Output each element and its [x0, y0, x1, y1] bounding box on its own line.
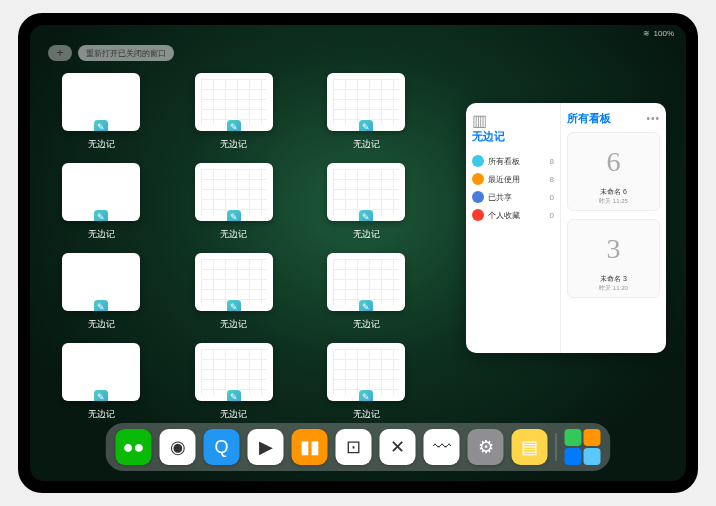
panel-right-title: 所有看板 — [567, 111, 611, 126]
freeform-app-icon — [226, 209, 242, 221]
books-icon[interactable]: ▮▮ — [292, 429, 328, 465]
window-thumbnail[interactable] — [195, 343, 273, 401]
window-thumbnail[interactable] — [62, 163, 140, 221]
freeform-app-icon — [226, 389, 242, 401]
freeform-app-icon — [358, 209, 374, 221]
window-thumbnail[interactable] — [327, 253, 405, 311]
board-preview: 6 — [572, 137, 655, 187]
window-card[interactable]: 无边记 — [62, 253, 140, 331]
category-icon — [472, 191, 484, 203]
top-controls: + 重新打开已关闭的窗口 — [48, 45, 174, 61]
freeform-app-icon — [226, 299, 242, 311]
sidebar-item-count: 8 — [550, 157, 554, 166]
freeform-sidebar-panel[interactable]: ▥ 无边记 所有看板8最近使用8已共享0个人收藏0 所有看板 ••• 6未命名 … — [466, 103, 666, 353]
quark-icon[interactable]: ◉ — [160, 429, 196, 465]
sidebar-item-label: 个人收藏 — [488, 210, 520, 221]
status-bar: ≋ 100% — [643, 29, 674, 38]
panel-left: ▥ 无边记 所有看板8最近使用8已共享0个人收藏0 — [466, 103, 561, 353]
board-name: 未命名 3 — [572, 274, 655, 284]
window-card[interactable]: 无边记 — [195, 73, 273, 151]
window-label: 无边记 — [88, 408, 115, 421]
browser-q-icon[interactable]: Q — [204, 429, 240, 465]
sidebar-item-label: 最近使用 — [488, 174, 520, 185]
window-card[interactable]: 无边记 — [62, 343, 140, 421]
sidebar-item-count: 0 — [550, 193, 554, 202]
window-card[interactable]: 无边记 — [327, 73, 405, 151]
play-icon[interactable]: ▶ — [248, 429, 284, 465]
window-thumbnail[interactable] — [327, 73, 405, 131]
reopen-closed-window-button[interactable]: 重新打开已关闭的窗口 — [78, 45, 174, 61]
window-card[interactable]: 无边记 — [327, 163, 405, 241]
window-label: 无边记 — [353, 228, 380, 241]
dots-icon[interactable]: ✕ — [380, 429, 416, 465]
window-label: 无边记 — [353, 138, 380, 151]
new-window-button[interactable]: + — [48, 45, 72, 61]
category-icon — [472, 155, 484, 167]
board-date: 昨天 11:25 — [572, 197, 655, 206]
wechat-icon[interactable]: ●● — [116, 429, 152, 465]
settings-icon[interactable]: ⚙ — [468, 429, 504, 465]
window-label: 无边记 — [353, 408, 380, 421]
category-icon — [472, 173, 484, 185]
window-thumbnail[interactable] — [62, 73, 140, 131]
dock: ●●◉Q▶▮▮⊡✕〰⚙▤ — [106, 423, 611, 471]
sidebar-item-label: 已共享 — [488, 192, 512, 203]
battery-label: 100% — [654, 29, 674, 38]
window-thumbnail[interactable] — [195, 253, 273, 311]
window-card[interactable]: 无边记 — [62, 73, 140, 151]
window-label: 无边记 — [88, 138, 115, 151]
sidebar-item[interactable]: 个人收藏0 — [472, 206, 554, 224]
window-thumbnail[interactable] — [195, 163, 273, 221]
panel-right: 所有看板 ••• 6未命名 6昨天 11:253未命名 3昨天 11:20 — [561, 103, 666, 353]
window-label: 无边记 — [88, 318, 115, 331]
more-icon[interactable]: ••• — [646, 113, 660, 124]
screen: ≋ 100% + 重新打开已关闭的窗口 无边记无边记无边记无边记无边记无边记无边… — [30, 25, 686, 481]
freeform-app-icon — [93, 119, 109, 131]
window-label: 无边记 — [220, 318, 247, 331]
panel-left-title: 无边记 — [472, 129, 554, 144]
freeform-app-icon — [226, 119, 242, 131]
window-card[interactable]: 无边记 — [327, 343, 405, 421]
sidebar-toggle-icon[interactable]: ▥ — [472, 111, 484, 123]
recent-apps-stack[interactable] — [565, 429, 601, 465]
freeform-app-icon — [358, 299, 374, 311]
window-thumbnail[interactable] — [62, 343, 140, 401]
window-thumbnail[interactable] — [327, 163, 405, 221]
window-label: 无边记 — [220, 228, 247, 241]
window-card[interactable]: 无边记 — [62, 163, 140, 241]
freeform-app-icon — [358, 389, 374, 401]
ipad-frame: ≋ 100% + 重新打开已关闭的窗口 无边记无边记无边记无边记无边记无边记无边… — [18, 13, 698, 493]
wifi-icon: ≋ — [643, 29, 650, 38]
notes-icon[interactable]: ▤ — [512, 429, 548, 465]
window-card[interactable]: 无边记 — [195, 253, 273, 331]
freeform-app-icon — [93, 389, 109, 401]
board-card[interactable]: 6未命名 6昨天 11:25 — [567, 132, 660, 211]
freeform-app-icon — [93, 209, 109, 221]
freeform-icon[interactable]: 〰 — [424, 429, 460, 465]
board-name: 未命名 6 — [572, 187, 655, 197]
sidebar-item[interactable]: 最近使用8 — [472, 170, 554, 188]
window-label: 无边记 — [220, 138, 247, 151]
board-card[interactable]: 3未命名 3昨天 11:20 — [567, 219, 660, 298]
window-thumbnail[interactable] — [195, 73, 273, 131]
freeform-app-icon — [358, 119, 374, 131]
window-thumbnail[interactable] — [327, 343, 405, 401]
sidebar-item-count: 0 — [550, 211, 554, 220]
sidebar-item[interactable]: 所有看板8 — [472, 152, 554, 170]
window-card[interactable]: 无边记 — [195, 163, 273, 241]
dock-separator — [556, 433, 557, 461]
window-label: 无边记 — [353, 318, 380, 331]
category-icon — [472, 209, 484, 221]
window-thumbnail[interactable] — [62, 253, 140, 311]
sidebar-item-count: 8 — [550, 175, 554, 184]
sidebar-item-label: 所有看板 — [488, 156, 520, 167]
board-date: 昨天 11:20 — [572, 284, 655, 293]
window-label: 无边记 — [88, 228, 115, 241]
sidebar-item[interactable]: 已共享0 — [472, 188, 554, 206]
window-card[interactable]: 无边记 — [195, 343, 273, 421]
window-label: 无边记 — [220, 408, 247, 421]
freeform-app-icon — [93, 299, 109, 311]
die-icon[interactable]: ⊡ — [336, 429, 372, 465]
window-card[interactable]: 无边记 — [327, 253, 405, 331]
expose-grid: 无边记无边记无边记无边记无边记无边记无边记无边记无边记无边记无边记无边记 — [62, 73, 442, 421]
